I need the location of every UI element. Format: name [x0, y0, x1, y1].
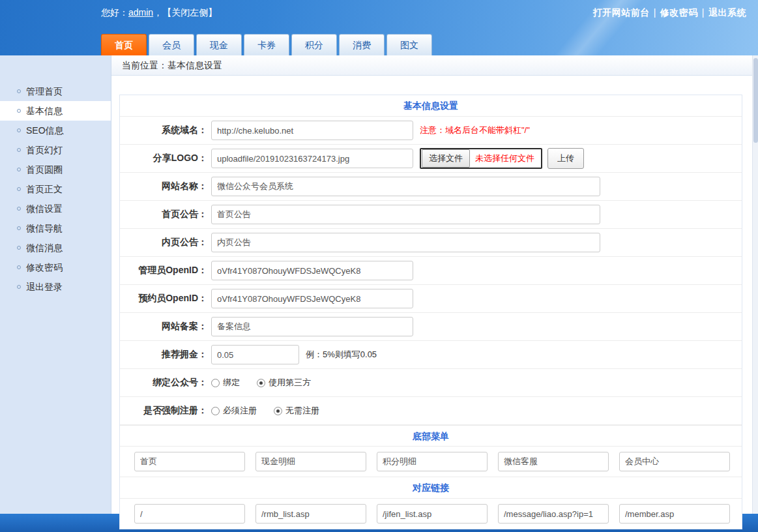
sidebar-item-wechat-settings[interactable]: 微信设置	[0, 199, 111, 218]
sidebar-item-home-content[interactable]: 首页正文	[0, 179, 111, 199]
bullet-icon	[17, 109, 21, 113]
sidebar-item-change-password[interactable]: 修改密码	[0, 258, 111, 277]
row-domain: 系统域名： 注意：域名后台不能带斜杠"/"	[120, 117, 742, 145]
top-header: 您好：admin，【关闭左侧】 打开网站前台|修改密码|退出系统 首页 会员 现…	[0, 0, 758, 55]
row-admin-openid: 管理员OpenID：	[120, 257, 742, 285]
body: 管理首页 基本信息 SEO信息 首页幻灯 首页圆圈 首页正文 微信设置 微信导航…	[0, 55, 758, 514]
link-input-1[interactable]	[134, 504, 245, 524]
tab-cash[interactable]: 现金	[196, 34, 242, 55]
sidebar-item-home-slides[interactable]: 首页幻灯	[0, 140, 111, 160]
topbar: 您好：admin，【关闭左侧】 打开网站前台|修改密码|退出系统	[0, 0, 758, 26]
open-site-front-link[interactable]: 打开网站前台	[593, 7, 650, 18]
sidebar-item-label: 基本信息	[26, 101, 63, 121]
commission-input[interactable]	[211, 345, 299, 364]
sidebar-item-home-circles[interactable]: 首页圆圈	[0, 160, 111, 179]
sidebar-item-label: 首页幻灯	[26, 140, 63, 160]
logout-link[interactable]: 退出系统	[708, 7, 746, 18]
sidebar-item-label: 微信设置	[26, 199, 63, 218]
bind-official-label: 绑定公众号：	[120, 377, 211, 389]
sidebar-item-admin-home[interactable]: 管理首页	[0, 81, 111, 101]
row-force-register: 是否强制注册： 必须注册 无需注册	[120, 397, 742, 425]
main-content: 当前位置：基本信息设置 基本信息设置 系统域名： 注意：域名后台不能带斜杠"/"…	[111, 55, 758, 514]
sidebar: 管理首页 基本信息 SEO信息 首页幻灯 首页圆圈 首页正文 微信设置 微信导航…	[0, 55, 111, 514]
reserve-openid-input[interactable]	[211, 289, 413, 308]
link-input-2[interactable]	[255, 504, 366, 524]
tab-members[interactable]: 会员	[149, 34, 194, 55]
file-status-text: 未选择任何文件	[475, 153, 534, 164]
tab-points[interactable]: 积分	[291, 34, 337, 55]
sidebar-item-wechat-messages[interactable]: 微信消息	[0, 238, 111, 258]
bullet-icon	[17, 207, 21, 211]
vertical-scrollbar[interactable]	[752, 55, 758, 514]
username-link[interactable]: admin	[128, 7, 153, 18]
row-site-name: 网站名称：	[120, 173, 742, 201]
greeting-prefix: 您好：	[101, 7, 128, 18]
close-left-panel-link[interactable]: 【关闭左侧】	[162, 7, 217, 18]
commission-label: 推荐拥金：	[120, 349, 211, 361]
radio-label: 必须注册	[223, 405, 257, 417]
radio-label: 绑定	[223, 377, 240, 389]
form-title: 基本信息设置	[120, 95, 742, 117]
footer-menu-row	[120, 447, 742, 477]
bullet-icon	[17, 285, 21, 289]
change-password-link[interactable]: 修改密码	[660, 7, 698, 18]
upload-button[interactable]: 上传	[547, 148, 584, 169]
commission-note: 例：5%则填写0.05	[306, 349, 377, 361]
radio-label: 使用第三方	[269, 377, 311, 389]
sidebar-item-basic-info[interactable]: 基本信息	[0, 101, 111, 121]
icp-input[interactable]	[211, 317, 413, 336]
logo-label: 分享LOGO：	[120, 153, 211, 164]
sidebar-item-seo-info[interactable]: SEO信息	[0, 121, 111, 140]
logo-path-input[interactable]	[211, 149, 413, 168]
force-register-label: 是否强制注册：	[120, 405, 211, 417]
bullet-icon	[17, 168, 21, 171]
footer-menu-input-5[interactable]	[619, 452, 730, 471]
home-notice-label: 首页公告：	[120, 209, 211, 220]
sidebar-item-wechat-nav[interactable]: 微信导航	[0, 218, 111, 238]
sidebar-item-label: 首页圆圈	[26, 160, 63, 179]
home-notice-input[interactable]	[211, 205, 600, 224]
link-input-5[interactable]	[619, 504, 730, 524]
bullet-icon	[17, 89, 21, 93]
sidebar-item-label: 修改密码	[26, 258, 63, 277]
link-input-3[interactable]	[377, 504, 488, 524]
admin-openid-input[interactable]	[211, 261, 413, 280]
radio-checked-icon	[274, 407, 282, 415]
tab-articles[interactable]: 图文	[386, 34, 432, 55]
footer-menu-input-2[interactable]	[255, 452, 366, 471]
domain-note: 注意：域名后台不能带斜杠"/"	[420, 125, 530, 136]
row-commission: 推荐拥金： 例：5%则填写0.05	[120, 341, 742, 369]
footer-menu-input-3[interactable]	[377, 452, 488, 471]
basic-info-form: 基本信息设置 系统域名： 注意：域名后台不能带斜杠"/" 分享LOGO： 选择文…	[119, 95, 742, 529]
radio-bind[interactable]: 绑定	[211, 377, 240, 389]
radio-must-register[interactable]: 必须注册	[211, 405, 257, 417]
reserve-openid-label: 预约员OpenID：	[120, 293, 211, 304]
top-links: 打开网站前台|修改密码|退出系统	[593, 7, 746, 19]
site-name-input[interactable]	[211, 177, 600, 196]
radio-third-party[interactable]: 使用第三方	[257, 377, 311, 389]
choose-file-button[interactable]: 选择文件	[422, 149, 470, 168]
sidebar-item-logout[interactable]: 退出登录	[0, 277, 111, 297]
bullet-icon	[17, 265, 21, 269]
link-input-4[interactable]	[498, 504, 609, 524]
row-home-notice: 首页公告：	[120, 201, 742, 229]
radio-no-register[interactable]: 无需注册	[274, 405, 319, 417]
force-register-radio-group: 必须注册 无需注册	[211, 405, 319, 417]
row-inner-notice: 内页公告：	[120, 229, 742, 257]
tab-coupons[interactable]: 卡券	[244, 34, 289, 55]
domain-label: 系统域名：	[120, 125, 211, 136]
domain-input[interactable]	[211, 121, 413, 140]
scrollbar-thumb[interactable]	[753, 58, 758, 143]
inner-notice-input[interactable]	[211, 233, 600, 252]
radio-label: 无需注册	[285, 405, 319, 417]
greeting: 您好：admin，【关闭左侧】	[101, 7, 217, 19]
tab-home[interactable]: 首页	[101, 34, 147, 55]
icp-label: 网站备案：	[120, 321, 211, 332]
tab-consumption[interactable]: 消费	[339, 34, 385, 55]
admin-openid-label: 管理员OpenID：	[120, 265, 211, 276]
links-section-title: 对应链接	[120, 477, 742, 499]
row-reserve-openid: 预约员OpenID：	[120, 285, 742, 313]
footer-menu-input-4[interactable]	[498, 452, 609, 471]
bullet-icon	[17, 226, 21, 230]
footer-menu-input-1[interactable]	[134, 452, 245, 471]
